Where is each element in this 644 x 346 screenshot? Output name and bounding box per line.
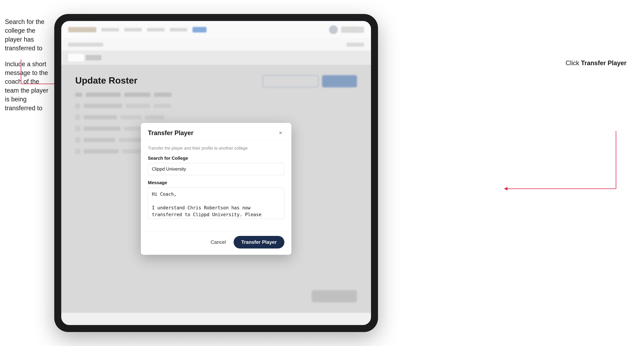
- modal-body: Transfer the player and their profile to…: [141, 141, 292, 231]
- app-header: [61, 21, 371, 38]
- close-icon: ×: [279, 130, 282, 136]
- modal-title: Transfer Player: [148, 129, 194, 137]
- modal-header: Transfer Player ×: [141, 123, 292, 141]
- annotation-text-1: Search for the college the player has tr…: [5, 18, 44, 52]
- message-group: Message Hi Coach, I understand Chris Rob…: [148, 180, 284, 220]
- main-content: Update Roster: [61, 65, 371, 313]
- sub-header-text: [68, 43, 103, 46]
- header-button: [341, 26, 364, 33]
- right-arrow: [504, 131, 626, 194]
- annotation-right-bold: Transfer Player: [581, 59, 626, 67]
- annotation-right: Click Transfer Player: [566, 59, 626, 67]
- nav-item-2: [124, 28, 142, 31]
- tab-active: [68, 54, 84, 61]
- tab-inactive: [86, 55, 102, 60]
- header-right: [329, 25, 364, 34]
- nav-item-active: [192, 27, 206, 32]
- nav-item-4: [170, 28, 187, 31]
- modal-footer: Cancel Transfer Player: [141, 231, 292, 255]
- search-college-input[interactable]: [148, 163, 284, 175]
- message-label: Message: [148, 180, 284, 185]
- modal-overlay: Transfer Player × Transfer the player an…: [61, 65, 371, 313]
- svg-marker-5: [504, 187, 508, 190]
- nav-item-1: [102, 28, 119, 31]
- sub-header: [61, 38, 371, 51]
- header-avatar: [329, 25, 338, 34]
- sub-header-right: [346, 43, 364, 46]
- transfer-player-modal: Transfer Player × Transfer the player an…: [141, 123, 292, 255]
- modal-description: Transfer the player and their profile to…: [148, 146, 284, 151]
- app-logo: [68, 27, 96, 32]
- cancel-button[interactable]: Cancel: [207, 237, 229, 247]
- search-college-label: Search for College: [148, 156, 284, 161]
- tablet-device: Update Roster: [54, 14, 378, 332]
- modal-close-button[interactable]: ×: [277, 129, 284, 137]
- message-textarea[interactable]: Hi Coach, I understand Chris Robertson h…: [148, 187, 284, 219]
- tablet-screen: Update Roster: [61, 21, 371, 325]
- tab-bar: [61, 51, 371, 65]
- annotation-right-prefix: Click: [566, 59, 581, 67]
- nav-item-3: [147, 28, 164, 31]
- search-college-group: Search for College: [148, 156, 284, 175]
- transfer-player-button[interactable]: Transfer Player: [234, 236, 284, 248]
